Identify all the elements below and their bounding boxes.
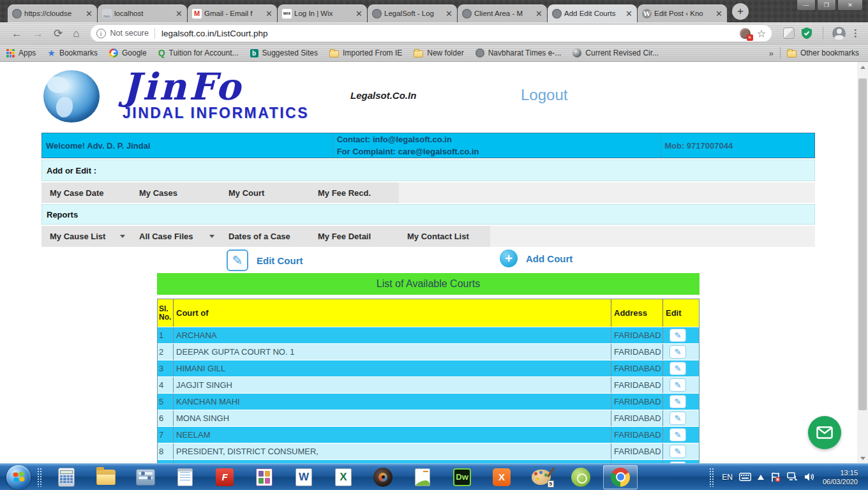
edit-court-button[interactable]: ✎ Edit Court bbox=[227, 249, 303, 271]
language-indicator[interactable]: EN bbox=[722, 473, 733, 482]
tab-close-icon[interactable]: ✕ bbox=[266, 10, 273, 18]
menu-my-court[interactable]: My Court bbox=[228, 188, 318, 198]
file-explorer-icon[interactable] bbox=[96, 467, 116, 487]
notepad-icon[interactable] bbox=[175, 467, 195, 487]
url-text[interactable]: legalsoft.co.in/ListCourt.php bbox=[161, 29, 740, 38]
tab-add-edit-courts-active[interactable]: Add Edit Courts ✕ bbox=[548, 4, 637, 22]
reload-button[interactable]: ⟳ bbox=[54, 28, 63, 39]
bookmark-label: Suggested Sites bbox=[262, 48, 318, 57]
scroll-down-arrow[interactable] bbox=[857, 453, 868, 463]
close-button[interactable]: ✕ bbox=[837, 0, 863, 11]
network-icon[interactable] bbox=[787, 472, 798, 482]
publisher-icon[interactable] bbox=[254, 467, 274, 487]
menu-dates-of-case[interactable]: Dates of a Case bbox=[228, 232, 318, 241]
menu-my-fee-recd[interactable]: My Fee Recd. bbox=[318, 188, 407, 198]
bookmark-bookmarks[interactable]: ★ Bookmarks bbox=[47, 48, 98, 57]
profile-avatar[interactable] bbox=[832, 27, 846, 40]
menu-my-fee-detail[interactable]: My Fee Detail bbox=[318, 232, 407, 241]
tab-legalsoft[interactable]: LegalSoft - Log ✕ bbox=[368, 4, 457, 22]
tab-close-icon[interactable]: ✕ bbox=[86, 10, 93, 18]
tab-close-icon[interactable]: ✕ bbox=[176, 10, 183, 18]
bookmark-apps[interactable]: Apps bbox=[6, 48, 36, 57]
word-icon[interactable]: W bbox=[294, 467, 314, 487]
android-studio-icon[interactable] bbox=[571, 467, 591, 487]
paint-icon[interactable]: 5 bbox=[531, 467, 551, 487]
row-edit-button[interactable]: ✎ bbox=[670, 395, 686, 408]
dreamweaver-icon[interactable]: Dw bbox=[452, 467, 472, 487]
row-edit-button[interactable]: ✎ bbox=[670, 445, 686, 458]
row-edit-button[interactable]: ✎ bbox=[670, 345, 686, 359]
show-hidden-icons-arrow[interactable] bbox=[758, 475, 764, 480]
start-button[interactable] bbox=[6, 465, 31, 489]
tab-edit-post[interactable]: W Edit Post ‹ Kno ✕ bbox=[638, 4, 727, 22]
row-number: 1 bbox=[158, 327, 174, 343]
menu-my-case-date[interactable]: My Case Date bbox=[50, 188, 139, 198]
header-no: No. bbox=[159, 313, 171, 322]
row-edit-button[interactable]: ✎ bbox=[670, 412, 686, 425]
forward-button[interactable]: → bbox=[33, 28, 43, 39]
tab-title: localhost bbox=[114, 10, 173, 17]
menu-my-cases[interactable]: My Cases bbox=[139, 188, 228, 198]
row-edit-button[interactable]: ✎ bbox=[670, 378, 686, 392]
scrollbar-thumb[interactable] bbox=[858, 78, 867, 410]
bookmark-current-revised[interactable]: Current Revised Cir... bbox=[572, 48, 659, 57]
table-row: 1 ARCHANA FARIDABAD ✎ bbox=[158, 327, 699, 343]
address-bar[interactable]: i Not secure legalsoft.co.in/ListCourt.p… bbox=[90, 24, 772, 42]
action-center-flag-icon[interactable] bbox=[770, 472, 781, 482]
tab-localhost[interactable]: PMA localhost ✕ bbox=[98, 4, 187, 22]
keyboard-icon[interactable] bbox=[739, 473, 751, 481]
chrome-taskbar-button-active[interactable] bbox=[603, 465, 638, 489]
browser-menu-icon[interactable]: ⋮ bbox=[851, 27, 860, 39]
restore-button[interactable]: ❐ bbox=[817, 0, 836, 11]
tab-wix[interactable]: WIX Log In | Wix ✕ bbox=[278, 4, 367, 22]
blocked-cookies-icon[interactable] bbox=[740, 28, 751, 39]
row-edit-button[interactable]: ✎ bbox=[670, 428, 686, 442]
tab-cloudse[interactable]: https://cloudse ✕ bbox=[8, 4, 97, 22]
tab-close-icon[interactable]: ✕ bbox=[355, 10, 363, 18]
tab-gmail[interactable]: M Gmail - Email f ✕ bbox=[188, 4, 277, 22]
bookmark-suggested-sites[interactable]: b Suggested Sites bbox=[250, 48, 318, 57]
extension-cube-icon[interactable] bbox=[783, 27, 795, 39]
bookmark-tuition[interactable]: Q Tuition for Account... bbox=[158, 48, 239, 58]
row-edit-button[interactable]: ✎ bbox=[670, 329, 686, 342]
shield-extension-icon[interactable] bbox=[800, 27, 813, 40]
control-panel-icon[interactable] bbox=[135, 467, 156, 487]
complaint-email: For Complaint: care@legalsoft.co.in bbox=[337, 145, 661, 158]
page-info-icon[interactable]: i bbox=[96, 29, 106, 38]
tab-client-area[interactable]: Client Area - M ✕ bbox=[458, 4, 547, 22]
menu-my-contact-list[interactable]: My Contact List bbox=[407, 232, 497, 241]
minimize-button[interactable]: — bbox=[797, 0, 816, 11]
xampp-icon[interactable]: X bbox=[491, 467, 512, 487]
notepad-plus-icon[interactable] bbox=[412, 467, 433, 487]
new-tab-button[interactable]: + bbox=[732, 3, 749, 20]
tab-close-icon[interactable]: ✕ bbox=[535, 10, 542, 18]
page-scrollbar[interactable] bbox=[857, 62, 868, 463]
bookmark-new-folder[interactable]: New folder bbox=[414, 48, 463, 57]
tab-close-icon[interactable]: ✕ bbox=[445, 10, 453, 18]
menu-my-cause-list[interactable]: My Cause List bbox=[50, 232, 139, 241]
photo-app-icon[interactable] bbox=[373, 467, 393, 487]
bookmark-imported-ie[interactable]: Imported From IE bbox=[329, 48, 402, 57]
taskbar-clock[interactable]: 13:15 06/03/2020 bbox=[823, 468, 858, 486]
logout-link[interactable]: Logout bbox=[521, 86, 567, 104]
home-button[interactable]: ⌂ bbox=[73, 28, 79, 39]
back-button[interactable]: ← bbox=[11, 28, 22, 39]
other-bookmarks[interactable]: Other bookmarks bbox=[787, 48, 859, 57]
volume-icon[interactable] bbox=[804, 472, 814, 482]
tab-close-icon[interactable]: ✕ bbox=[715, 10, 722, 18]
row-edit-button[interactable]: ✎ bbox=[670, 362, 686, 375]
add-court-button[interactable]: + Add Court bbox=[500, 249, 572, 267]
menu-all-case-files[interactable]: All Case Files bbox=[139, 232, 228, 241]
bookmark-navbharat[interactable]: Navbharat Times e-... bbox=[475, 48, 562, 57]
menu-label: My Cause List bbox=[50, 232, 105, 241]
bookmark-star-icon[interactable]: ☆ bbox=[757, 27, 766, 40]
excel-icon[interactable]: X bbox=[333, 467, 354, 487]
bookmark-google[interactable]: Google bbox=[109, 48, 147, 57]
chat-widget-button[interactable] bbox=[808, 416, 841, 449]
calculator-icon[interactable] bbox=[56, 467, 77, 487]
flashfxp-icon[interactable]: F bbox=[214, 467, 235, 487]
tab-close-icon[interactable]: ✕ bbox=[625, 10, 632, 18]
overflow-chevron-icon[interactable]: » bbox=[769, 48, 774, 58]
scroll-up-arrow[interactable] bbox=[857, 62, 868, 72]
browser-toolbar: ← → ⟳ ⌂ i Not secure legalsoft.co.in/Lis… bbox=[0, 22, 868, 45]
